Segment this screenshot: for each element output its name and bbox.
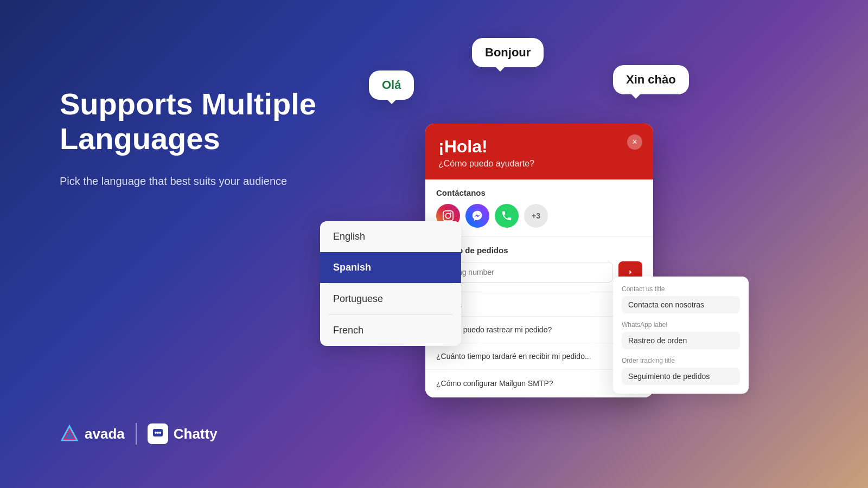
faq-question-2: ¿Cuánto tiempo tardaré en recibir mi ped… (436, 352, 591, 361)
avada-icon (60, 424, 79, 444)
bubble-bonjour-text: Bonjour (485, 46, 531, 59)
tracking-title: miento de pedidos (436, 246, 642, 255)
chatty-icon (148, 423, 168, 444)
trans-value-1: Contacta con nosotras (622, 296, 740, 313)
bubble-ola-text: Olá (382, 78, 401, 92)
language-option-spanish[interactable]: Spanish (320, 252, 461, 283)
contact-icons: +3 (436, 204, 642, 228)
language-option-english[interactable]: English (320, 221, 461, 252)
logo-divider (136, 423, 137, 445)
svg-point-7 (445, 213, 450, 218)
translation-panel: Contact us title Contacta con nosotras W… (613, 277, 749, 394)
bubble-xin-text: Xin chào (626, 73, 676, 86)
speech-bubble-bonjour: Bonjour (472, 38, 544, 67)
page-title: Supports Multiple Languages (60, 87, 331, 157)
avada-logo: avada (60, 424, 125, 444)
trans-label-3: Order tracking title (622, 357, 740, 364)
chat-close-button[interactable]: × (627, 134, 642, 150)
chatty-text: Chatty (174, 426, 218, 442)
messenger-icon[interactable] (465, 204, 489, 228)
svg-rect-6 (443, 211, 453, 221)
more-contacts-badge[interactable]: +3 (524, 204, 548, 228)
language-option-french[interactable]: French (320, 315, 461, 346)
trans-label-2: WhatsApp label (622, 321, 740, 329)
faq-question-3: ¿Cómo configurar Mailgun SMTP? (436, 379, 553, 388)
svg-point-8 (450, 213, 452, 214)
svg-point-3 (155, 432, 157, 434)
chat-header: ¡Hola! ¿Cómo puedo ayudarte? × (425, 124, 653, 179)
phone-icon[interactable] (495, 204, 519, 228)
chat-header-title: ¡Hola! (438, 137, 640, 157)
left-section: Supports Multiple Languages Pick the lan… (60, 87, 331, 189)
trans-label-1: Contact us title (622, 285, 740, 293)
speech-bubble-xin-chao: Xin chào (613, 65, 689, 94)
chatty-logo: Chatty (148, 423, 218, 444)
contact-title: Contáctanos (436, 188, 642, 197)
trans-value-2: Rastreo de orden (622, 332, 740, 349)
tracking-input[interactable] (436, 262, 613, 282)
svg-point-5 (159, 432, 161, 434)
tracking-row (436, 261, 642, 283)
trans-value-3: Seguimiento de pedidos (622, 368, 740, 385)
language-dropdown[interactable]: English Spanish Portuguese French (320, 221, 461, 346)
page-subtitle: Pick the language that best suits your a… (60, 173, 331, 189)
speech-bubble-ola: Olá (369, 70, 414, 100)
logo-section: avada Chatty (60, 423, 218, 445)
chatty-chat-icon (151, 427, 164, 440)
chat-header-subtitle: ¿Cómo puedo ayudarte? (438, 159, 640, 169)
language-option-portuguese[interactable]: Portuguese (320, 284, 461, 314)
avada-text: avada (85, 426, 125, 442)
svg-point-4 (157, 432, 159, 434)
